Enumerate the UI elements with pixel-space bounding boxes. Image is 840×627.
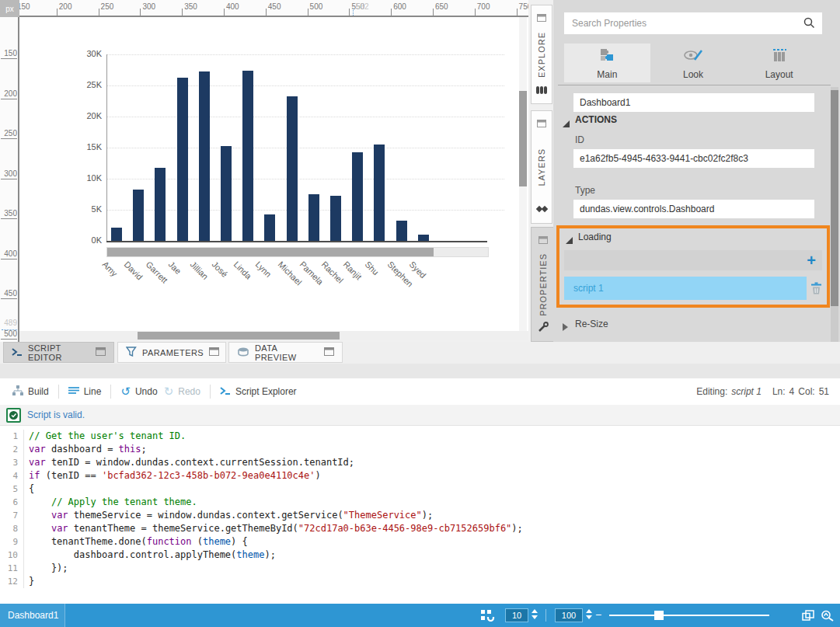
window-icon	[324, 347, 334, 357]
resize-section-header[interactable]: Re-Size	[575, 319, 608, 329]
type-label: Type	[575, 185, 595, 196]
redo-button[interactable]: ↻ Redo	[164, 386, 200, 397]
zoom-slider-handle[interactable]	[654, 611, 664, 620]
line-number: 5	[0, 482, 22, 496]
code-token: dashboard.control.applyTheme(	[29, 549, 236, 560]
database-icon	[237, 347, 249, 358]
id-field[interactable]: e1a62fb5-4945-4633-9441-cbc02fc2f8c3	[573, 149, 814, 168]
delete-script-icon[interactable]	[810, 282, 822, 298]
code-lines[interactable]: // Get the user's tenant ID.var dashboar…	[23, 430, 840, 588]
expand-triangle-icon[interactable]	[563, 320, 568, 334]
actions-section-header[interactable]: ACTIONS	[575, 114, 617, 125]
chart-category-label: Jillian	[188, 260, 210, 281]
step-up-icon[interactable]	[586, 609, 592, 613]
ruler-tick	[224, 9, 225, 16]
code-line: dashboard.control.applyTheme(theme);	[29, 549, 840, 562]
ruler-tick-label: 150	[19, 2, 30, 11]
panel-scrollbar[interactable]	[831, 87, 838, 342]
new-script-row[interactable]: +	[564, 250, 822, 270]
ruler-left: 150200250300350400450500489	[0, 17, 19, 342]
ruler-tick-label: 700	[477, 2, 490, 11]
redo-icon: ↻	[164, 387, 174, 396]
type-field[interactable]: dundas.view.controls.Dashboard	[573, 200, 814, 218]
chart-gridline	[106, 179, 504, 179]
dashboard-canvas[interactable]: 0K5K10K15K20K25K30KAmyDavidGarrettJaeJil…	[19, 17, 528, 331]
ruler-tick-label: 350	[1, 209, 17, 219]
code-line: {	[29, 482, 840, 496]
chart-category-scrollbar-thumb[interactable]	[107, 248, 434, 256]
window-icon	[539, 233, 548, 247]
side-tab-explore[interactable]: EXPLORE	[531, 5, 552, 104]
script-item-label: script 1	[573, 283, 604, 294]
chart-category-label: David	[123, 260, 145, 281]
chart-x-axis	[106, 241, 487, 242]
script-explorer-icon	[220, 386, 231, 398]
chart-bar	[374, 145, 385, 241]
bar-chart[interactable]: 0K5K10K15K20K25K30KAmyDavidGarrettJaeJil…	[19, 17, 528, 331]
chart-category-scrollbar[interactable]	[106, 247, 489, 257]
step-down-icon[interactable]	[586, 615, 592, 619]
loading-section-header[interactable]: Loading	[578, 232, 612, 242]
ruler-tick-label: 150	[1, 49, 17, 59]
search-properties-input[interactable]	[564, 12, 822, 34]
tab-main[interactable]: Main	[564, 44, 650, 82]
step-up-icon[interactable]	[532, 609, 538, 613]
data-cubes-icon	[535, 84, 548, 98]
tab-data-preview[interactable]: DATA PREVIEW	[228, 342, 343, 363]
chart-y-tick-label: 15K	[75, 142, 102, 152]
canvas-horizontal-scrollbar-thumb[interactable]	[138, 332, 340, 340]
line-button[interactable]: Line	[68, 386, 102, 397]
code-token: var	[51, 510, 68, 521]
snap-grid-icon[interactable]	[480, 609, 497, 625]
dock-tab-bar: SCRIPT EDITOR PARAMETERS DATA PREVIEW	[0, 342, 840, 364]
script-item-row[interactable]: script 1	[564, 277, 807, 300]
build-button[interactable]: Build	[12, 385, 49, 398]
zoom-slider-track[interactable]	[609, 615, 769, 616]
line-number: 7	[0, 509, 22, 522]
grid-size-field[interactable]: 10	[505, 608, 528, 622]
script-explorer-button[interactable]: Script Explorer	[220, 386, 297, 398]
canvas-vertical-scrollbar[interactable]	[519, 17, 527, 331]
dashboard-title-tab[interactable]: Dashboard1	[0, 604, 65, 627]
divider	[58, 385, 59, 399]
add-script-button[interactable]: +	[807, 250, 816, 270]
fit-window-icon[interactable]	[802, 610, 814, 624]
tab-layout[interactable]: Layout	[736, 44, 822, 82]
canvas-vertical-scrollbar-thumb[interactable]	[519, 91, 527, 186]
side-tab-layers[interactable]: LAYERS	[531, 110, 552, 224]
chart-bar	[242, 71, 253, 241]
divider	[558, 85, 831, 85]
panel-scrollbar-thumb[interactable]	[831, 90, 838, 306]
step-down-icon[interactable]	[532, 615, 538, 619]
chart-gridline	[106, 148, 504, 148]
ruler-tick-label: 750	[519, 2, 528, 11]
tab-script-editor[interactable]: SCRIPT EDITOR	[3, 342, 114, 363]
code-token: (tenID ==	[40, 470, 101, 481]
tab-parameters[interactable]: PARAMETERS	[117, 342, 226, 363]
zoom-fit-icon[interactable]	[821, 610, 835, 625]
canvas-horizontal-scrollbar[interactable]	[19, 331, 528, 340]
zoom-stepper[interactable]	[586, 609, 593, 622]
funnel-icon	[126, 347, 137, 358]
zoom-out-icon[interactable]: −	[595, 608, 601, 621]
chart-y-tick-label: 20K	[75, 111, 102, 120]
collapse-triangle-icon[interactable]	[566, 233, 573, 247]
code-token: (	[192, 536, 203, 547]
collapse-triangle-icon[interactable]	[563, 117, 570, 131]
side-tab-properties[interactable]: PROPERTIES	[531, 227, 554, 342]
undo-button[interactable]: ↺ Undo	[120, 386, 157, 397]
code-token: });	[29, 563, 68, 573]
grid-size-stepper[interactable]	[532, 609, 539, 622]
zoom-percent-field[interactable]: 100	[555, 608, 583, 622]
chart-category-label: Linda	[232, 260, 254, 281]
chart-y-tick-label: 10K	[75, 173, 102, 183]
element-name-field[interactable]: Dashboard1	[573, 93, 814, 112]
code-editor[interactable]: 123456789101112 // Get the user's tenant…	[0, 426, 840, 604]
divider	[210, 385, 211, 399]
ruler-tick-label: 250	[1, 129, 17, 139]
tab-look[interactable]: Look	[650, 44, 737, 82]
chart-category-label: José	[211, 260, 230, 279]
chart-category-label: Lynn	[254, 260, 274, 279]
editing-target: script 1	[731, 386, 762, 397]
line-number: 3	[0, 456, 22, 469]
